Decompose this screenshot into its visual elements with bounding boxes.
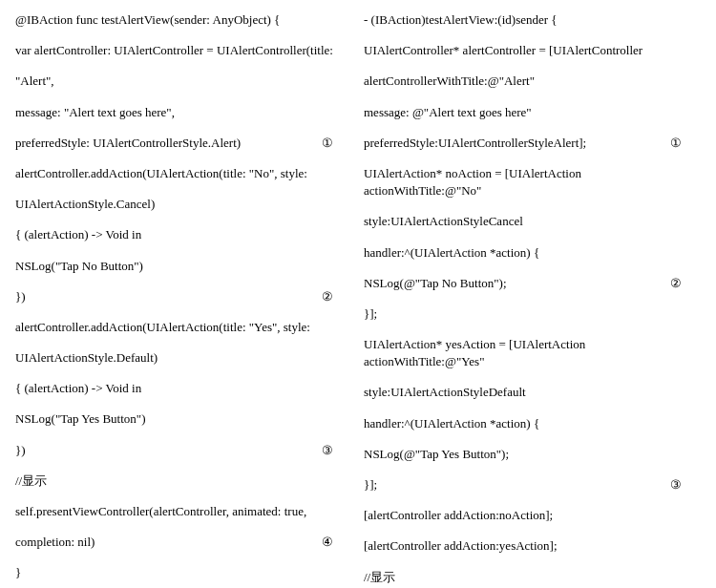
right-code-line: NSLog(@"Tap Yes Button"); bbox=[364, 446, 701, 463]
right-code-text: handler:^(UIAlertAction *action) { bbox=[364, 415, 701, 432]
right-code-text: - (IBAction)testAlertView:(id)sender { bbox=[364, 11, 701, 29]
left-code-line: })③ bbox=[15, 442, 352, 459]
right-code-text: message: @"Alert text goes here" bbox=[364, 104, 701, 121]
left-code-text: }) bbox=[15, 442, 312, 459]
left-code-line: { (alertAction) -> Void in bbox=[15, 226, 352, 243]
left-code-line: completion: nil)④ bbox=[15, 534, 352, 551]
right-code-text: [alertController addAction:noAction]; bbox=[364, 507, 701, 524]
right-code-line: style:UIAlertActionStyleCancel bbox=[364, 213, 701, 230]
right-code-line: [alertController addAction:noAction]; bbox=[364, 507, 701, 524]
left-code-column: @IBAction func testAlertView(sender: Any… bbox=[10, 11, 358, 577]
left-code-line: UIAlertActionStyle.Default) bbox=[15, 349, 352, 367]
right-code-line: UIAlertAction* yesAction = [UIAlertActio… bbox=[364, 336, 701, 370]
left-code-line: alertController.addAction(UIAlertAction(… bbox=[15, 319, 352, 336]
left-code-line: NSLog("Tap No Button") bbox=[15, 258, 352, 275]
right-code-text: style:UIAlertActionStyleCancel bbox=[364, 213, 701, 230]
left-code-line: "Alert", bbox=[15, 73, 352, 90]
left-code-text: NSLog("Tap No Button") bbox=[15, 258, 352, 275]
code-marker: ① bbox=[670, 135, 701, 152]
right-code-text: alertControllerWithTitle:@"Alert" bbox=[364, 73, 701, 90]
right-code-line: handler:^(UIAlertAction *action) { bbox=[364, 244, 701, 262]
right-code-text: UIAlertAction* noAction = [UIAlertAction… bbox=[364, 165, 701, 200]
right-code-line: message: @"Alert text goes here" bbox=[364, 104, 701, 121]
right-code-line: }];③ bbox=[364, 476, 701, 494]
left-code-line: //显示 bbox=[15, 472, 352, 490]
code-marker: ① bbox=[322, 135, 352, 152]
right-code-text: }]; bbox=[364, 305, 701, 323]
left-code-text: UIAlertActionStyle.Cancel) bbox=[15, 196, 352, 213]
right-code-line: UIAlertAction* noAction = [UIAlertAction… bbox=[364, 165, 701, 200]
right-code-text: handler:^(UIAlertAction *action) { bbox=[364, 244, 701, 262]
right-code-text: NSLog(@"Tap Yes Button"); bbox=[364, 446, 701, 463]
left-code-text: //显示 bbox=[15, 472, 352, 490]
right-code-line: preferredStyle:UIAlertControllerStyleAle… bbox=[364, 135, 701, 152]
left-code-line: self.presentViewController(alertControll… bbox=[15, 503, 352, 520]
right-code-line: }]; bbox=[364, 305, 701, 323]
left-code-line: { (alertAction) -> Void in bbox=[15, 380, 352, 397]
right-code-line: style:UIAlertActionStyleDefault bbox=[364, 384, 701, 401]
right-code-line: NSLog(@"Tap No Button");② bbox=[364, 275, 701, 292]
left-code-text: alertController.addAction(UIAlertAction(… bbox=[15, 165, 352, 182]
left-code-text: } bbox=[15, 564, 352, 581]
left-code-line: NSLog("Tap Yes Button") bbox=[15, 410, 352, 428]
right-code-line: //显示 bbox=[364, 569, 701, 586]
left-code-line: alertController.addAction(UIAlertAction(… bbox=[15, 165, 352, 182]
right-code-line: alertControllerWithTitle:@"Alert" bbox=[364, 73, 701, 90]
left-code-line: preferredStyle: UIAlertControllerStyle.A… bbox=[15, 135, 352, 152]
right-code-line: [alertController addAction:yesAction]; bbox=[364, 537, 701, 555]
code-marker: ④ bbox=[322, 534, 352, 551]
code-marker: ③ bbox=[322, 442, 352, 459]
right-code-line: - (IBAction)testAlertView:(id)sender { bbox=[364, 11, 701, 29]
left-code-text: preferredStyle: UIAlertControllerStyle.A… bbox=[15, 135, 312, 152]
left-code-text: completion: nil) bbox=[15, 534, 312, 551]
left-code-line: UIAlertActionStyle.Cancel) bbox=[15, 196, 352, 213]
right-code-text: UIAlertAction* yesAction = [UIAlertActio… bbox=[364, 336, 701, 370]
right-code-text: [alertController addAction:yesAction]; bbox=[364, 537, 701, 555]
right-code-column: - (IBAction)testAlertView:(id)sender {UI… bbox=[358, 11, 706, 577]
right-code-line: UIAlertController* alertController = [UI… bbox=[364, 42, 701, 59]
right-code-text: NSLog(@"Tap No Button"); bbox=[364, 275, 661, 292]
left-code-text: var alertController: UIAlertController =… bbox=[15, 42, 352, 59]
left-code-text: self.presentViewController(alertControll… bbox=[15, 503, 352, 520]
left-code-text: "Alert", bbox=[15, 73, 352, 90]
left-code-text: @IBAction func testAlertView(sender: Any… bbox=[15, 11, 352, 29]
right-code-text: }]; bbox=[364, 476, 661, 494]
left-code-line: })② bbox=[15, 288, 352, 305]
right-code-text: style:UIAlertActionStyleDefault bbox=[364, 384, 701, 401]
left-code-line: var alertController: UIAlertController =… bbox=[15, 42, 352, 59]
left-code-text: message: "Alert text goes here", bbox=[15, 104, 352, 121]
left-code-line: message: "Alert text goes here", bbox=[15, 104, 352, 121]
left-code-text: alertController.addAction(UIAlertAction(… bbox=[15, 319, 352, 336]
left-code-line: @IBAction func testAlertView(sender: Any… bbox=[15, 11, 352, 29]
right-code-line: handler:^(UIAlertAction *action) { bbox=[364, 415, 701, 432]
left-code-text: { (alertAction) -> Void in bbox=[15, 380, 352, 397]
left-code-line: } bbox=[15, 564, 352, 581]
right-code-text: UIAlertController* alertController = [UI… bbox=[364, 42, 701, 59]
code-marker: ② bbox=[670, 275, 701, 292]
code-marker: ② bbox=[322, 288, 352, 305]
left-code-text: }) bbox=[15, 288, 312, 305]
right-code-text: preferredStyle:UIAlertControllerStyleAle… bbox=[364, 135, 661, 152]
left-code-text: UIAlertActionStyle.Default) bbox=[15, 349, 352, 367]
left-code-text: NSLog("Tap Yes Button") bbox=[15, 410, 352, 428]
right-code-text: //显示 bbox=[364, 569, 701, 586]
left-code-text: { (alertAction) -> Void in bbox=[15, 226, 352, 243]
code-marker: ③ bbox=[670, 476, 701, 494]
